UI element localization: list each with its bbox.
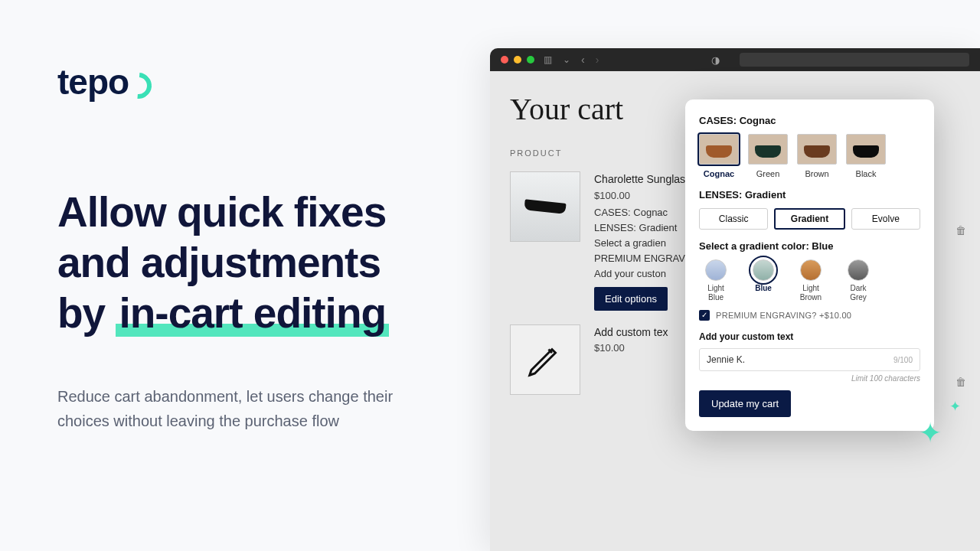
- char-count: 9/100: [893, 356, 913, 364]
- toolbar-icons: ▥ ⌄ ‹ ›: [544, 54, 599, 66]
- lens-option-evolve[interactable]: Evolve: [851, 208, 920, 230]
- headline-line3-prefix: by: [57, 289, 116, 337]
- color-label: Light Blue: [699, 284, 733, 302]
- dropdown-icon[interactable]: ⌄: [563, 54, 570, 65]
- sparkle-icon: ✦: [919, 417, 942, 449]
- gradient-color-dark-grey[interactable]: Dark Grey: [841, 259, 875, 302]
- subheadline: Reduce cart abandonment, let users chang…: [57, 384, 448, 433]
- delete-icon[interactable]: 🗑: [956, 224, 966, 236]
- forward-icon[interactable]: ›: [596, 54, 599, 66]
- lens-options: Classic Gradient Evolve: [699, 208, 920, 230]
- product-thumbnail: [510, 324, 580, 395]
- swatch-label: Black: [856, 169, 877, 178]
- delete-icon[interactable]: 🗑: [956, 376, 966, 388]
- traffic-lights: [501, 56, 534, 64]
- gradient-colors: Light Blue Blue Light Brown Dark Grey: [699, 259, 920, 302]
- url-bar[interactable]: [740, 53, 969, 67]
- gradient-label: Select a gradient color: Blue: [699, 240, 920, 252]
- swatch-label: Green: [756, 169, 780, 178]
- product-option: LENSES: Gradient: [594, 220, 685, 236]
- product-thumbnail: [510, 171, 580, 242]
- headline-highlight: in-cart editing: [116, 289, 389, 337]
- custom-text-value: Jennie K.: [707, 354, 745, 365]
- checkbox-checked-icon[interactable]: [699, 310, 710, 321]
- lens-option-classic[interactable]: Classic: [699, 208, 768, 230]
- color-label: Blue: [746, 284, 780, 293]
- case-option-green[interactable]: Green: [748, 134, 788, 178]
- swatch-label: Brown: [805, 169, 828, 178]
- logo: tepo: [57, 61, 448, 103]
- privacy-shield-icon[interactable]: ◑: [711, 54, 720, 66]
- case-option-cognac[interactable]: Cognac: [699, 134, 739, 178]
- custom-text-input[interactable]: Jennie K. 9/100: [699, 348, 920, 371]
- case-option-black[interactable]: Black: [846, 134, 886, 178]
- cases-label: CASES: Cognac: [699, 115, 920, 126]
- product-price: $100.00: [594, 188, 685, 204]
- swatch-label: Cognac: [704, 169, 734, 178]
- edit-options-button[interactable]: Edit options: [594, 287, 668, 311]
- custom-text-label: Add your custom text: [699, 331, 920, 342]
- browser-toolbar: ▥ ⌄ ‹ › ◑: [490, 48, 980, 71]
- back-icon[interactable]: ‹: [581, 54, 585, 66]
- gradient-color-light-blue[interactable]: Light Blue: [699, 259, 733, 302]
- minimize-window-icon[interactable]: [514, 56, 521, 64]
- color-label: Dark Grey: [841, 284, 875, 302]
- lens-option-gradient[interactable]: Gradient: [774, 208, 844, 230]
- case-swatches: Cognac Green Brown Black: [699, 134, 920, 178]
- gradient-color-light-brown[interactable]: Light Brown: [794, 259, 828, 302]
- engraving-checkbox-row[interactable]: PREMIUM ENGRAVING? +$10.00: [699, 310, 920, 321]
- headline: Allow quick fixes and adjustments by in-…: [57, 187, 448, 338]
- char-limit-hint: Limit 100 characters: [699, 374, 920, 383]
- product-option: Select a gradien: [594, 236, 685, 251]
- case-option-brown[interactable]: Brown: [797, 134, 837, 178]
- product-option: PREMIUM ENGRAV: [594, 251, 685, 266]
- sparkle-icon: ✦: [949, 398, 961, 415]
- product-option: CASES: Cognac: [594, 205, 685, 220]
- product-option: Add your custon: [594, 266, 685, 282]
- gradient-color-blue[interactable]: Blue: [746, 259, 780, 302]
- color-label: Light Brown: [794, 284, 828, 302]
- maximize-window-icon[interactable]: [527, 56, 534, 64]
- update-cart-button[interactable]: Update my cart: [699, 390, 791, 417]
- engraving-label: PREMIUM ENGRAVING? +$10.00: [716, 311, 851, 320]
- close-window-icon[interactable]: [501, 56, 508, 64]
- product-price: $10.00: [594, 341, 668, 356]
- headline-line2: and adjustments: [57, 239, 381, 286]
- headline-line1: Allow quick fixes: [57, 188, 386, 236]
- product-name: Charolette Sunglas: [594, 171, 685, 188]
- lenses-label: LENSES: Gradient: [699, 189, 920, 201]
- sidebar-toggle-icon[interactable]: ▥: [544, 54, 552, 65]
- logo-text: tepo: [57, 61, 129, 103]
- edit-options-popover: CASES: Cognac Cognac Green Brown Black L…: [685, 99, 934, 431]
- product-name: Add custom tex: [594, 324, 668, 341]
